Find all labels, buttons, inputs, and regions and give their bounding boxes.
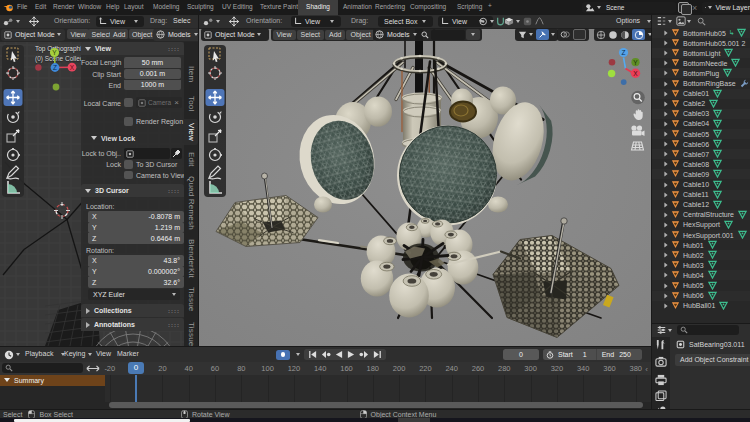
svg-text:Z: Z (53, 64, 57, 71)
svg-text:Y: Y (633, 58, 638, 65)
svg-text:X: X (70, 63, 75, 70)
svg-text:X: X (633, 69, 638, 76)
svg-text:Y: Y (52, 49, 57, 56)
svg-text:Z: Z (622, 49, 626, 56)
